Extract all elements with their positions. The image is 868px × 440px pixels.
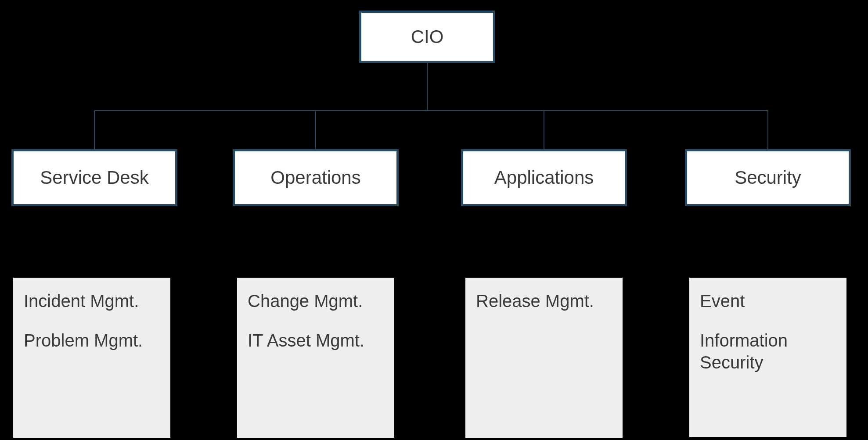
org-chart-child-label: Operations: [270, 167, 360, 188]
org-chart-detail-box: Change Mgmt.IT Asset Mgmt.: [237, 278, 394, 438]
org-chart-detail-item: Problem Mgmt.: [24, 329, 160, 351]
org-chart-detail-item: IT Asset Mgmt.: [248, 329, 384, 351]
org-chart-detail-box: EventInformation Security: [689, 278, 846, 437]
org-chart-child-node: Security: [685, 149, 851, 206]
org-chart-child-node: Service Desk: [11, 149, 177, 206]
org-chart-root-label: CIO: [411, 26, 444, 47]
org-chart-child-label: Service Desk: [40, 167, 148, 188]
org-chart-detail-item: Information Security: [700, 329, 836, 373]
org-chart-detail-box: Release Mgmt.: [465, 278, 623, 438]
org-chart-child-node: Applications: [461, 149, 627, 206]
org-chart-root-node: CIO: [359, 11, 495, 63]
org-chart-detail-item: Incident Mgmt.: [24, 290, 160, 312]
org-chart-child-label: Applications: [494, 167, 594, 188]
org-chart-detail-item: Release Mgmt.: [476, 290, 612, 312]
org-chart-child-label: Security: [735, 167, 801, 188]
org-chart-child-node: Operations: [233, 149, 399, 206]
org-chart-detail-item: Change Mgmt.: [248, 290, 384, 312]
org-chart-detail-box: Incident Mgmt.Problem Mgmt.: [13, 278, 170, 438]
org-chart-detail-item: Event: [700, 290, 836, 312]
